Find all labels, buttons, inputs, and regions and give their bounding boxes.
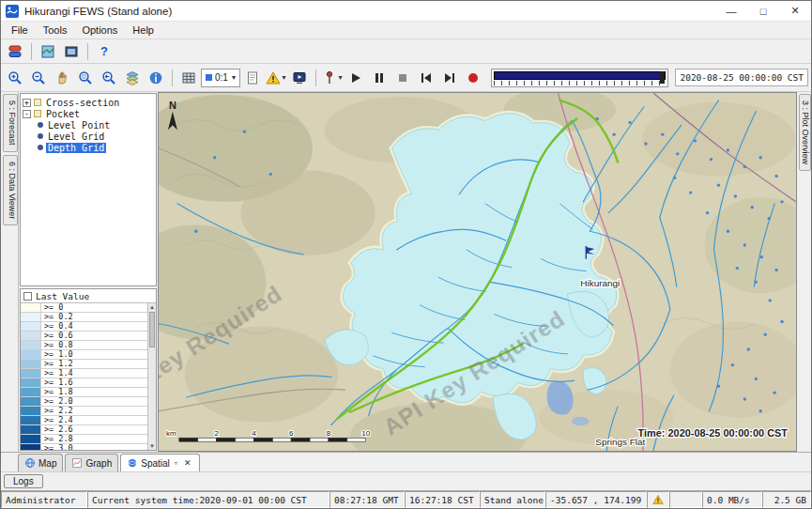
legend-row: >= 1.0 xyxy=(21,350,147,360)
time-slider-track xyxy=(494,71,666,80)
tree-item-label-selected[interactable]: Depth Grid xyxy=(46,143,106,153)
tree-item-level-grid[interactable]: Level Grid xyxy=(23,131,154,142)
legend-row: >= 0.6 xyxy=(21,332,147,341)
warnings-button[interactable]: ▾ xyxy=(265,68,287,88)
legend-swatch xyxy=(21,378,41,387)
status-gmt-time: 08:27:18 GMT xyxy=(329,491,405,508)
legend-swatch xyxy=(21,322,41,331)
menu-item-file[interactable]: File xyxy=(4,23,36,38)
menu-item-tools[interactable]: Tools xyxy=(36,23,75,38)
skip-end-icon xyxy=(442,70,457,85)
skip-to-start-button[interactable] xyxy=(415,68,437,88)
place-label-hikurangi: Hikurangi xyxy=(580,278,620,288)
main-area: 5 : Forecast 6 : Data Viewer + Cross-sec… xyxy=(1,92,811,452)
panel-close-icon[interactable]: ✕ xyxy=(182,458,193,468)
logs-button[interactable]: Logs xyxy=(4,474,43,488)
collapse-toggle-icon[interactable]: - xyxy=(23,110,31,118)
node-dot-icon xyxy=(38,122,43,128)
legend-scrollbar[interactable]: ▲▼ xyxy=(147,303,156,450)
tab-data-viewer[interactable]: 6 : Data Viewer xyxy=(3,155,18,225)
tree-item-cross-section[interactable]: + Cross-section xyxy=(23,97,154,108)
legend-list: >= 0 >= 0.2 >= 0.4 >= 0.6 >= 0.8 >= 1.0 … xyxy=(21,303,156,450)
status-network-rate: 0.0 MB/s xyxy=(702,491,762,508)
tree-item-depth-grid[interactable]: Depth Grid xyxy=(23,142,154,153)
tab-graph[interactable]: Graph xyxy=(65,454,118,471)
legend-row: >= 1.8 xyxy=(21,388,147,397)
grid-display-button[interactable] xyxy=(60,41,83,62)
tab-map[interactable]: Map xyxy=(18,454,63,471)
movie-display-icon xyxy=(292,70,307,85)
layers-button[interactable] xyxy=(121,68,144,88)
tab-spatial[interactable]: Spatial ▫ ✕ xyxy=(120,454,199,471)
last-value-checkbox[interactable] xyxy=(23,292,32,301)
folder-icon xyxy=(34,99,41,106)
stop-button[interactable] xyxy=(391,68,414,88)
map-document-button[interactable] xyxy=(37,41,59,62)
map-time-label: Time: 2020-08-25 00:00:00 CST xyxy=(638,427,789,439)
zoom-previous-button[interactable] xyxy=(98,68,120,88)
status-mode: Stand alone xyxy=(480,491,545,508)
title-bar: Hikurangi FEWS (Stand alone) — □ ✕ xyxy=(1,1,811,22)
map-canvas[interactable]: API Key Required API Key Required Hikura… xyxy=(159,92,797,452)
zoom-in-button[interactable] xyxy=(4,68,26,88)
tree-item-level-point[interactable]: Level Point xyxy=(23,119,154,131)
grid-display-icon xyxy=(64,44,79,59)
legend-swatch xyxy=(21,350,41,359)
play-button[interactable] xyxy=(345,68,367,88)
pause-button[interactable] xyxy=(368,68,391,88)
main-toolbar: ? xyxy=(1,39,811,64)
layers-icon xyxy=(125,70,140,85)
grid-table-button[interactable] xyxy=(177,68,200,88)
record-button[interactable] xyxy=(462,68,484,88)
node-dot-icon xyxy=(38,145,43,150)
tree-item-label[interactable]: Level Point xyxy=(46,120,112,131)
menu-item-help[interactable]: Help xyxy=(125,23,161,38)
animation-display-button[interactable] xyxy=(288,68,311,88)
legend-swatch xyxy=(21,388,41,396)
info-button[interactable] xyxy=(145,68,167,88)
panel-undock-icon[interactable]: ▫ xyxy=(173,458,179,468)
status-local-time: 16:27:18 CST xyxy=(405,491,480,508)
node-dot-icon xyxy=(38,133,43,139)
maximize-button[interactable]: □ xyxy=(747,1,779,21)
help-button[interactable]: ? xyxy=(93,41,115,62)
tree-item-label[interactable]: Level Grid xyxy=(46,131,106,142)
menu-item-options[interactable]: Options xyxy=(74,23,125,38)
grid-table-icon xyxy=(181,70,196,85)
legend-label: >= 0.8 xyxy=(41,341,73,349)
memory-label: 2.5 GB xyxy=(774,495,806,505)
close-button[interactable]: ✕ xyxy=(779,1,811,21)
data-viewer-panel: + Cross-section - Pocket Level Point xyxy=(18,92,159,452)
legend-label: >= 3.0 xyxy=(41,444,73,450)
current-time-display: 2020-08-25 00:00:00 CST xyxy=(675,69,808,86)
tree-item-label[interactable]: Cross-section xyxy=(44,98,121,108)
skip-to-end-button[interactable] xyxy=(438,68,461,88)
time-slider[interactable] xyxy=(491,69,669,87)
legend-swatch xyxy=(21,341,41,349)
scrollbar-thumb[interactable] xyxy=(149,312,155,347)
info-icon xyxy=(148,70,163,85)
legend-label: >= 0.4 xyxy=(41,322,73,331)
status-memory: 2.5 GB xyxy=(762,491,811,508)
database-button[interactable] xyxy=(4,41,26,62)
status-user: Administrator xyxy=(1,491,87,508)
minimize-button[interactable]: — xyxy=(715,1,747,21)
tree-item-label[interactable]: Pocket xyxy=(44,109,82,119)
pan-button[interactable] xyxy=(51,68,73,88)
zoom-extent-button[interactable] xyxy=(74,68,97,88)
status-warning-cell[interactable] xyxy=(647,491,669,508)
timestep-combo[interactable]: 0:1 ▾ xyxy=(201,69,240,87)
layer-tree: + Cross-section - Pocket Level Point xyxy=(20,93,157,286)
expand-toggle-icon[interactable]: + xyxy=(23,99,31,107)
legend-header: Last Value xyxy=(21,289,156,303)
tab-forecast[interactable]: 5 : Forecast xyxy=(3,94,18,152)
tree-item-pocket[interactable]: - Pocket xyxy=(23,108,154,119)
profile-tool-button[interactable]: ▾ xyxy=(321,68,344,88)
document-button[interactable] xyxy=(241,68,264,88)
legend-label: >= 1.2 xyxy=(41,360,73,368)
svg-text:6: 6 xyxy=(289,429,294,438)
tab-plot-overview[interactable]: 3 : Plot Overview xyxy=(799,94,811,171)
zoom-out-button[interactable] xyxy=(27,68,50,88)
app-icon xyxy=(6,5,19,18)
globe-icon xyxy=(24,457,36,469)
